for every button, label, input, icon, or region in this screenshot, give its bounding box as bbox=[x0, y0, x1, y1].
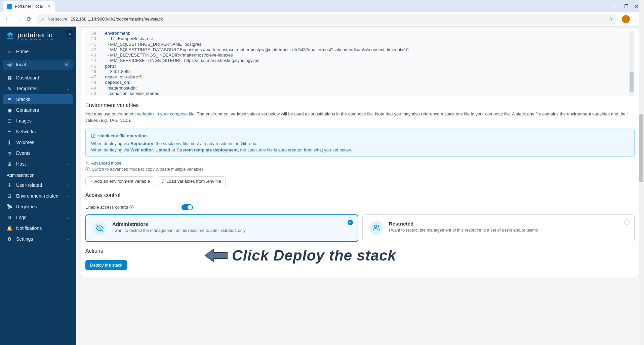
editor-scrollbar[interactable] bbox=[629, 31, 634, 96]
sidebar-events[interactable]: ◷Events bbox=[3, 148, 73, 158]
browser-tab[interactable]: Portainer | local × bbox=[3, 1, 55, 12]
sidebar-volumes[interactable]: 🗄Volumes bbox=[3, 137, 73, 147]
access-control-toggle[interactable] bbox=[182, 204, 193, 210]
sidebar-stacks[interactable]: ≡Stacks bbox=[3, 94, 73, 104]
sidebar-home[interactable]: ⌂ Home bbox=[3, 46, 73, 57]
sidebar-env-related[interactable]: ⊟Environment-related⌄ bbox=[3, 191, 73, 201]
code-line: 42 - MM_SQLSETTINGS_DATASOURCE=postgres:… bbox=[85, 47, 635, 53]
env-description: You may use environment variables in you… bbox=[85, 111, 635, 124]
address-bar[interactable]: △ Not secure 192.168.1.18:9000/#!/2/dock… bbox=[36, 14, 618, 25]
reload-icon[interactable]: ⟳ bbox=[26, 15, 32, 23]
toggle-knob bbox=[188, 205, 192, 210]
favicon-icon bbox=[7, 4, 12, 9]
advanced-mode-link[interactable]: ✎Advanced mode bbox=[85, 161, 635, 166]
sidebar-label: Settings bbox=[16, 236, 33, 242]
content-card: 39 environment:40 - TZ=Europe/Bucharest4… bbox=[81, 29, 639, 277]
sidebar-label: Stacks bbox=[16, 97, 30, 102]
page-scrollbar[interactable] bbox=[639, 0, 644, 345]
sidebar-label: Dashboard bbox=[16, 75, 39, 80]
actions-title: Actions bbox=[85, 242, 635, 257]
chevron-down-icon: ⌄ bbox=[66, 183, 69, 187]
page-scroll-thumb[interactable] bbox=[639, 114, 643, 182]
sidebar-label: Environment-related bbox=[16, 193, 58, 199]
stacks-icon: ≡ bbox=[7, 97, 12, 102]
home-icon: ⌂ bbox=[7, 49, 12, 54]
upload-icon: ⤴ bbox=[162, 179, 164, 184]
access-toggle-row: Enable access control ⓘ bbox=[85, 204, 635, 210]
logs-icon: 🗎 bbox=[7, 215, 12, 220]
gear-icon: ⚙ bbox=[7, 236, 12, 242]
users-icon bbox=[369, 221, 384, 235]
host-icon: ⊞ bbox=[7, 161, 12, 167]
registries-icon: 📡 bbox=[7, 204, 12, 209]
sidebar-containers[interactable]: ▣Containers bbox=[3, 105, 73, 115]
plus-icon: + bbox=[90, 179, 92, 184]
sidebar: « portainer.io COMMUNITY EDITION ⌂ Home … bbox=[0, 27, 76, 345]
editor-scroll-thumb[interactable] bbox=[630, 72, 634, 92]
events-icon: ◷ bbox=[7, 150, 12, 156]
close-window-icon[interactable]: ✕ bbox=[635, 4, 639, 9]
info-icon: ⓘ bbox=[85, 167, 90, 172]
close-env-icon[interactable]: × bbox=[64, 62, 69, 67]
radio-selected-icon: ✔ bbox=[348, 220, 353, 225]
not-secure-icon: △ bbox=[41, 16, 44, 22]
containers-icon: ▣ bbox=[7, 107, 12, 113]
sidebar-host[interactable]: ⊞Host⌄ bbox=[3, 159, 73, 169]
sidebar-env-local[interactable]: 🐳 local × bbox=[3, 60, 73, 70]
eye-off-icon bbox=[93, 221, 107, 235]
deploy-stack-button[interactable]: Deploy the stack bbox=[85, 260, 127, 270]
access-card-administrators[interactable]: Administrators I want to restrict the ma… bbox=[85, 214, 358, 242]
sidebar-networks[interactable]: ⚭Networks bbox=[3, 127, 73, 137]
advanced-mode-hint: ⓘSwitch to advanced mode to copy & paste… bbox=[85, 167, 635, 172]
forward-icon[interactable]: → bbox=[15, 15, 22, 23]
brand-name: portainer.io bbox=[17, 31, 53, 39]
minimize-icon[interactable]: — bbox=[613, 4, 618, 9]
card-description: I want to restrict the management of thi… bbox=[112, 228, 246, 233]
profile-avatar[interactable] bbox=[622, 15, 630, 23]
access-card-restricted[interactable]: Restricted I want to restrict the manage… bbox=[362, 214, 635, 242]
chevron-down-icon: ⌄ bbox=[66, 162, 69, 166]
sidebar-collapse-button[interactable]: « bbox=[66, 30, 73, 37]
info-line: When deploying via Web editor, Upload or… bbox=[91, 147, 629, 152]
back-icon[interactable]: ← bbox=[4, 15, 11, 23]
sidebar-label: Home bbox=[16, 49, 29, 54]
brand-subtitle: COMMUNITY EDITION bbox=[17, 38, 53, 41]
tab-close-icon[interactable]: × bbox=[48, 4, 51, 9]
images-icon: ☰ bbox=[7, 118, 12, 124]
maximize-icon[interactable]: ❐ bbox=[624, 4, 629, 9]
sidebar-dashboard[interactable]: ▦Dashboard bbox=[3, 73, 73, 83]
env-vars-link[interactable]: environment variables in your compose fi… bbox=[112, 111, 194, 116]
sidebar-notifications[interactable]: 🔔Notifications bbox=[3, 223, 73, 233]
chevron-down-icon: ⌄ bbox=[66, 237, 69, 241]
portainer-logo-icon bbox=[5, 31, 15, 41]
docker-icon: 🐳 bbox=[7, 62, 12, 67]
networks-icon: ⚭ bbox=[7, 129, 12, 134]
tab-title: Portainer | local bbox=[15, 4, 45, 9]
sidebar-logs[interactable]: 🗎Logs⌄ bbox=[3, 212, 73, 222]
sidebar-label: local bbox=[16, 62, 26, 67]
sidebar-user-related[interactable]: ⚘User-related⌄ bbox=[3, 180, 73, 190]
load-env-file-button[interactable]: ⤴Load variables from .env file bbox=[158, 176, 226, 186]
brand-logo[interactable]: portainer.io COMMUNITY EDITION bbox=[3, 31, 73, 46]
sidebar-templates[interactable]: ✎Templates⌄ bbox=[3, 83, 73, 94]
not-secure-label: Not secure bbox=[48, 17, 67, 22]
users-icon: ⚘ bbox=[7, 182, 12, 188]
chevron-down-icon: ⌄ bbox=[66, 87, 69, 91]
chevron-down-icon: ⌄ bbox=[66, 194, 69, 198]
stack-env-info-box: ⓘ stack.env file operation When deployin… bbox=[85, 129, 635, 157]
sidebar-label: User-related bbox=[16, 182, 42, 188]
add-env-var-button[interactable]: +Add an environment variable bbox=[85, 176, 154, 186]
bookmark-star-icon[interactable]: ☆ bbox=[608, 16, 613, 22]
code-line: 46 - 8401:8065 bbox=[85, 69, 635, 74]
sidebar-label: Registries bbox=[16, 204, 37, 209]
help-icon[interactable]: ⓘ bbox=[129, 204, 134, 210]
sidebar-label: Networks bbox=[16, 129, 36, 134]
sidebar-images[interactable]: ☰Images bbox=[3, 116, 73, 126]
sidebar-settings[interactable]: ⚙Settings⌄ bbox=[3, 234, 73, 244]
sidebar-registries[interactable]: 📡Registries bbox=[3, 202, 73, 212]
sidebar-label: Volumes bbox=[16, 140, 34, 145]
env-button-row: +Add an environment variable ⤴Load varia… bbox=[85, 176, 635, 186]
yaml-editor[interactable]: 39 environment:40 - TZ=Europe/Bucharest4… bbox=[85, 31, 635, 96]
info-line: When deploying via Repository, the stack… bbox=[91, 141, 629, 146]
sidebar-admin-title: Administration bbox=[3, 169, 73, 180]
